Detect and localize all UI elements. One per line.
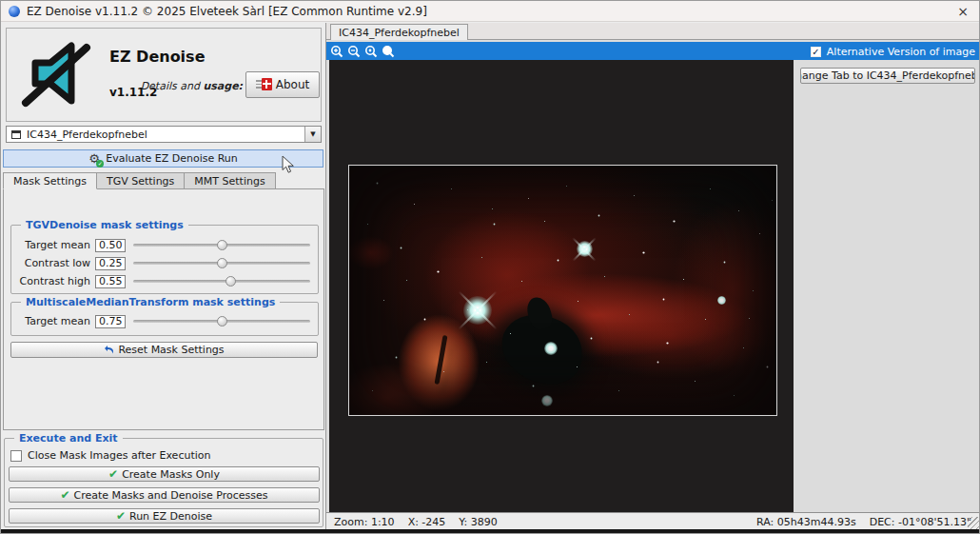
zoom-fit-icon[interactable]	[382, 45, 395, 58]
details-usage-label: Details and usage:	[130, 80, 243, 92]
mouse-cursor	[282, 155, 295, 174]
close-mask-checkbox-row[interactable]: Close Mask Images after Execution	[10, 449, 210, 462]
execute-exit-group: Execute and Exit Close Mask Images after…	[4, 438, 323, 527]
viewer-panel: IC434_Pferdekopfnebel	[325, 23, 980, 530]
about-button[interactable]: About	[245, 71, 320, 98]
about-button-label: About	[276, 78, 309, 91]
target-image-select[interactable]: IC434_Pferdekopfnebel ▼	[6, 126, 322, 143]
header-box: EZ Denoise v1.11.2 Details and usage: Ab…	[6, 28, 322, 122]
mmt-group-title: MultiscaleMedianTransform mask settings	[21, 296, 280, 308]
viewer-tab-ic434[interactable]: IC434_Pferdekopfnebel	[330, 24, 468, 40]
create-masks-denoise-label: Create Masks and Denoise Processes	[74, 489, 268, 502]
zoom-in-icon[interactable]	[330, 45, 343, 58]
alternative-version-label: Alternative Version of image	[827, 46, 975, 58]
zoom-one-to-one-icon[interactable]	[364, 45, 378, 58]
contrast-high-input[interactable]: 0.55	[95, 275, 126, 288]
status-ra: RA: 05h43m44.93s	[756, 516, 856, 528]
app-icon	[9, 6, 20, 17]
check-icon: ✔	[116, 510, 126, 522]
close-mask-checkbox[interactable]	[10, 450, 22, 462]
contrast-low-input[interactable]: 0.25	[95, 257, 126, 270]
tgv-group-title: TGVDenoise mask settings	[21, 219, 188, 231]
alternative-version-checkbox-row[interactable]: ✓ Alternative Version of image	[811, 46, 975, 58]
image-canvas[interactable]	[329, 60, 794, 512]
app-title: EZ Denoise	[109, 48, 254, 66]
create-masks-only-label: Create Masks Only	[122, 468, 220, 481]
left-panel: EZ Denoise v1.11.2 Details and usage: Ab…	[2, 23, 325, 530]
contrast-high-label: Contrast high	[11, 275, 95, 287]
tab-mmt-settings[interactable]: MMT Settings	[184, 172, 275, 189]
chevron-down-icon[interactable]: ▼	[304, 127, 321, 142]
contrast-high-slider[interactable]	[133, 274, 310, 288]
vignette	[349, 166, 776, 415]
close-mask-checkbox-label: Close Mask Images after Execution	[28, 449, 210, 462]
reset-button-label: Reset Mask Settings	[118, 344, 224, 356]
slider-thumb[interactable]	[217, 240, 227, 250]
target-image-value: IC434_Pferdekopfnebel	[27, 129, 147, 141]
execute-group-title: Execute and Exit	[14, 432, 123, 445]
viewer-toolbar: ✓ Alternative Version of image	[326, 42, 980, 60]
target-mean-slider[interactable]	[133, 238, 310, 252]
mmt-mask-group: MultiscaleMedianTransform mask settings …	[10, 302, 319, 336]
status-x: X: -245	[408, 516, 446, 528]
ez-denoise-window: EZ Denoise v1.11.2 © 2025 Elveteek Sàrl …	[0, 0, 980, 534]
zoom-out-icon[interactable]	[347, 45, 361, 58]
tab-tgv-settings[interactable]: TGV Settings	[96, 172, 185, 189]
mmt-target-mean-slider[interactable]	[133, 314, 310, 328]
slider-thumb[interactable]	[225, 276, 236, 287]
change-tab-button[interactable]: Change Tab to IC434_Pferdekopfnebel	[800, 68, 975, 84]
status-y: Y: 3890	[459, 516, 497, 528]
create-masks-only-button[interactable]: ✔ Create Masks Only	[9, 466, 320, 482]
slider-thumb[interactable]	[217, 316, 227, 326]
status-zoom: Zoom: 1:10	[334, 516, 395, 528]
check-icon: ✔	[108, 468, 118, 480]
mmt-target-mean-label: Target mean	[11, 315, 95, 327]
viewer-statusbar: Zoom: 1:10 X: -245 Y: 3890 RA: 05h43m44.…	[326, 512, 980, 530]
settings-tabs: Mask Settings TGV Settings MMT Settings	[3, 172, 275, 189]
contrast-low-label: Contrast low	[11, 257, 95, 269]
check-icon: ✔	[60, 489, 69, 501]
gear-check-icon: ⚙ ✓	[88, 152, 102, 166]
target-mean-input[interactable]: 0.50	[95, 239, 126, 252]
muted-speaker-logo	[14, 34, 104, 114]
alternative-version-checkbox[interactable]: ✓	[811, 47, 821, 57]
titlebar: EZ Denoise v1.11.2 © 2025 Elveteek Sàrl …	[1, 1, 979, 22]
mask-settings-panel: TGVDenoise mask settings Target mean 0.5…	[3, 188, 324, 430]
details-text: Details and	[141, 80, 204, 92]
window-title: EZ Denoise v1.11.2 © 2025 Elveteek Sàrl …	[27, 5, 427, 18]
window-bottom-edge	[1, 529, 979, 533]
image-window-icon	[11, 130, 21, 139]
undo-icon	[104, 345, 115, 355]
canvas-side-area: Change Tab to IC434_Pferdekopfnebel	[794, 60, 980, 512]
create-masks-denoise-button[interactable]: ✔ Create Masks and Denoise Processes	[9, 487, 320, 503]
nebula-image[interactable]	[348, 165, 777, 416]
run-ez-denoise-button[interactable]: ✔ Run EZ Denoise	[9, 508, 320, 524]
mmt-target-mean-input[interactable]: 0.75	[95, 315, 126, 328]
close-icon[interactable]: ×	[953, 3, 972, 20]
evaluate-run-button[interactable]: ⚙ ✓ Evaluate EZ Denoise Run	[3, 149, 323, 168]
reset-mask-settings-button[interactable]: Reset Mask Settings	[10, 342, 318, 358]
evaluate-run-label: Evaluate EZ Denoise Run	[106, 152, 238, 165]
status-dec: DEC: -01°08'51.13"	[870, 516, 971, 528]
run-ez-denoise-label: Run EZ Denoise	[129, 510, 212, 523]
target-mean-label: Target mean	[11, 239, 95, 251]
resize-grip[interactable]	[968, 517, 980, 529]
viewer-tabbar: IC434_Pferdekopfnebel	[326, 23, 980, 40]
tab-mask-settings[interactable]: Mask Settings	[3, 172, 97, 189]
tgv-mask-group: TGVDenoise mask settings Target mean 0.5…	[10, 225, 319, 294]
about-flag-icon	[256, 78, 272, 92]
slider-thumb[interactable]	[217, 258, 227, 268]
contrast-low-slider[interactable]	[133, 256, 310, 270]
usage-text: usage:	[203, 80, 243, 92]
